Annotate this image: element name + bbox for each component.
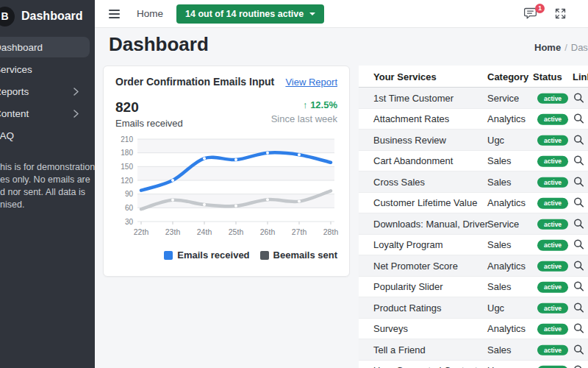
svg-text:120: 120 [121,177,133,185]
legend-label: Emails received [177,250,249,261]
sidebar-note-line: es only. No emails are [0,174,95,186]
service-link-button[interactable] [573,323,584,334]
chart-legend: Emails receivedBeemails sent [115,250,337,261]
service-link-button[interactable] [573,218,584,229]
service-category: Sales [487,281,512,292]
service-name: Business Review [373,134,446,145]
topbar-icons: 1 [524,7,566,21]
service-link-button[interactable] [573,281,584,292]
svg-text:28th: 28th [323,227,339,236]
breadcrumb-home[interactable]: Home [534,42,561,53]
service-category: Ugc [487,302,504,313]
svg-text:90: 90 [125,190,134,198]
routines-dropdown-button[interactable]: 14 out of 14 routines active [176,4,324,24]
table-row: SurveysAnalyticsactive [359,319,588,340]
legend-swatch-icon [260,251,269,260]
status-badge: active [537,198,568,209]
hamburger-menu-icon[interactable] [109,10,120,18]
column-header-your-services: Your Services [373,71,437,82]
magnifier-icon [573,155,584,166]
order-confirmation-card: Order Confirmation Emails Input View Rep… [103,66,350,277]
legend-item: Emails received [164,250,249,261]
status-badge: active [537,303,568,314]
table-row: Popularity SliderSalesactive [359,277,588,298]
metric-value: 820 [115,99,183,116]
magnifier-icon [573,260,584,271]
sidebar-item-services[interactable]: Services [0,59,90,79]
brand[interactable]: B Dashboard [0,0,95,31]
table-row: Downloads: Manual, DriverServiceactive [359,213,588,235]
status-badge: active [537,261,568,272]
sidebar-item-label: Reports [0,86,74,97]
fullscreen-icon [555,8,566,19]
service-link-button[interactable] [573,155,584,166]
service-link-button[interactable] [573,302,584,313]
svg-text:150: 150 [121,163,133,171]
fullscreen-button[interactable] [555,8,566,19]
service-link-button[interactable] [573,239,584,250]
status-cell: active [537,92,568,105]
service-link-button[interactable] [573,197,584,208]
topbar: Home 14 out of 14 routines active 1 [95,0,588,28]
service-link-button[interactable] [573,260,584,271]
home-link[interactable]: Home [137,8,163,19]
page-title: Dashboard [109,33,209,56]
sidebar-item-content[interactable]: Content [0,103,90,124]
metric-label: Emails received [115,118,183,129]
service-link-button[interactable] [573,176,584,187]
messages-button[interactable]: 1 [524,7,539,21]
magnifier-icon [573,113,584,124]
status-cell: active [537,302,568,314]
table-row: Customer Lifetime ValueAnalyticsactive [359,193,588,214]
magnifier-icon [573,281,584,292]
sidebar-note-line: nised. [0,199,95,211]
service-name: Customer Lifetime Value [373,197,477,208]
service-name: Loyalty Program [373,239,443,250]
service-link-button[interactable] [573,344,584,355]
table-row: Cart AbandonmentSalesactive [359,151,588,172]
status-badge: active [537,345,568,356]
view-report-link[interactable]: View Report [285,77,337,88]
status-badge: active [537,240,568,251]
service-category: Sales [487,344,512,355]
svg-text:22th: 22th [134,227,149,236]
service-name: Surveys [373,323,408,334]
service-link-button[interactable] [573,134,584,145]
service-category: Sales [487,155,512,166]
table-header-row: Your ServicesCategoryStatusLink [359,66,588,88]
column-header-link: Link [573,71,588,82]
sidebar-item-dashboard[interactable]: Dashboard [0,37,90,57]
service-link-button[interactable] [573,113,584,124]
sidebar-note-line: his is for demonstration [0,161,95,174]
magnifier-icon [573,344,584,355]
status-cell: active [537,280,568,293]
svg-text:25th: 25th [229,227,244,236]
legend-item: Beemails sent [260,250,337,261]
status-cell: active [537,113,568,125]
service-name: Downloads: Manual, Driver [373,218,488,229]
service-name: Attachment Rates [373,113,449,124]
svg-text:180: 180 [121,149,133,157]
sidebar-item-faq[interactable]: FAQ [0,125,90,146]
brand-logo-letter: B [1,10,8,22]
table-row: Net Promoter ScoreAnalyticsactive [359,255,588,277]
sidebar-nav: DashboardServicesReportsContentFAQ [0,31,95,146]
status-cell: active [537,260,568,272]
service-link-button[interactable] [573,365,584,368]
status-cell: active [537,218,568,230]
table-row: User Generated ContentUgcactive [359,361,588,368]
table-row: Attachment RatesAnalyticsactive [359,109,588,130]
sidebar-note-line: d nor sent. All data is [0,186,95,199]
sidebar-item-reports[interactable]: Reports [0,81,90,102]
table-row: Product RatingsUgcactive [359,297,588,319]
service-link-button[interactable] [573,92,584,103]
notification-badge: 1 [535,4,545,13]
brand-logo-icon: B [0,7,15,26]
status-cell: active [537,197,568,209]
routines-button-label: 14 out of 14 routines active [185,9,304,19]
status-badge: active [537,177,568,188]
magnifier-icon [573,134,584,145]
caret-down-icon [309,13,315,15]
delta-value: ↑ 12.5% [271,99,337,110]
line-chart-svg: 30609012015018021022th23th24th25th26th27… [115,133,339,245]
